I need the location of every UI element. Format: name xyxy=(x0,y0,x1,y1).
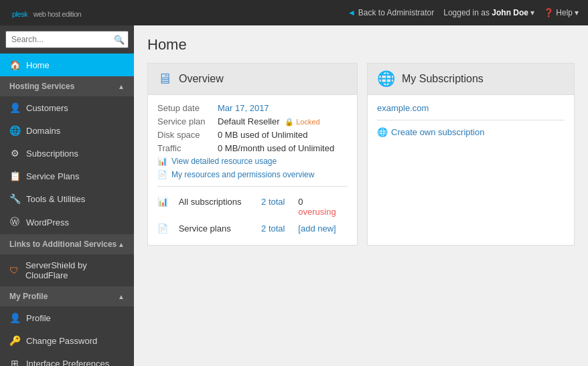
monitor-icon: 🖥 xyxy=(157,70,172,88)
sidebar-item-change-password[interactable]: 🔑 Change Password xyxy=(0,329,134,352)
overview-card: 🖥 Overview Setup date Mar 17, 2017 Servi… xyxy=(147,63,358,246)
password-icon: 🔑 xyxy=(9,335,20,346)
globe-icon: 🌐 xyxy=(377,70,395,88)
stats-table: 📊 All subscriptions 2 total 0 overusing xyxy=(157,193,348,237)
traffic-label: Traffic xyxy=(157,143,218,153)
permissions-link[interactable]: 📄 My resources and permissions overview xyxy=(157,170,348,179)
customers-icon: 👤 xyxy=(9,102,20,113)
subscriptions-divider xyxy=(377,120,565,120)
all-subs-icon-cell: 📊 xyxy=(157,193,175,220)
overview-card-body: Setup date Mar 17, 2017 Service plan Def… xyxy=(148,95,357,245)
service-plans-count-cell: 2 total xyxy=(257,220,294,237)
shield-icon: 🛡 xyxy=(9,265,19,276)
service-plan-label: Service plan xyxy=(157,116,218,126)
traffic-value: 0 MB/month used of Unlimited xyxy=(218,143,334,153)
sidebar-section-my-profile[interactable]: My Profile ▲ xyxy=(0,286,134,306)
sidebar-section-links[interactable]: Links to Additional Services ▲ xyxy=(0,234,134,254)
table-row: 📊 All subscriptions 2 total 0 overusing xyxy=(157,193,348,220)
overview-title: Overview xyxy=(179,73,224,85)
sidebar-item-profile[interactable]: 👤 Profile xyxy=(0,306,134,329)
domains-icon: 🌐 xyxy=(9,125,20,136)
sidebar-item-customers[interactable]: 👤 Customers xyxy=(0,96,134,119)
sidebar-item-service-plans[interactable]: 📋 Service Plans xyxy=(0,165,134,187)
create-icon: 🌐 xyxy=(377,127,388,137)
subscriptions-stat-icon: 📊 xyxy=(157,197,168,207)
chart-icon: 📊 xyxy=(157,157,167,166)
subscriptions-icon: ⚙ xyxy=(9,148,20,159)
help-button[interactable]: ❓ Help ▾ xyxy=(544,8,579,17)
create-subscription-link[interactable]: 🌐 Create own subscription xyxy=(377,127,565,137)
sidebar-item-servershield[interactable]: 🛡 ServerShield by CloudFlare xyxy=(0,254,134,286)
sidebar-item-home[interactable]: 🏠 Home xyxy=(0,54,134,76)
profile-icon: 👤 xyxy=(9,312,20,323)
service-plans-stat-icon: 📄 xyxy=(157,223,168,234)
traffic-row: Traffic 0 MB/month used of Unlimited xyxy=(157,143,348,153)
sidebar-item-subscriptions[interactable]: ⚙ Subscriptions xyxy=(0,142,134,165)
setup-date-label: Setup date xyxy=(157,103,218,113)
divider xyxy=(157,186,348,187)
back-to-administrator-link[interactable]: ◄ Back to Administrator xyxy=(348,8,434,17)
tools-icon: 🔧 xyxy=(9,193,20,204)
table-row: 📄 Service plans 2 total [add new] xyxy=(157,220,348,237)
topbar-left: plesk web host edition xyxy=(9,6,81,20)
subscriptions-card-body: example.com 🌐 Create own subscription xyxy=(368,95,574,145)
sidebar-search-container: 🔍 xyxy=(0,25,134,54)
sidebar-item-domains[interactable]: 🌐 Domains xyxy=(0,119,134,142)
help-icon: ❓ xyxy=(544,8,554,17)
sidebar: 🔍 🏠 Home Hosting Services ▲ 👤 Customers … xyxy=(0,25,134,366)
topbar: plesk web host edition ◄ Back to Adminis… xyxy=(0,0,588,25)
page-title: Home xyxy=(147,36,575,54)
service-plans-action-cell: [add new] xyxy=(294,220,348,237)
search-icon[interactable]: 🔍 xyxy=(114,35,125,45)
prefs-icon: ⊞ xyxy=(9,358,20,366)
sidebar-section-hosting[interactable]: Hosting Services ▲ xyxy=(0,76,134,96)
hosting-chevron-icon: ▲ xyxy=(118,83,125,90)
locked-badge: 🔒 Locked xyxy=(285,118,320,126)
topbar-right: ◄ Back to Administrator Logged in as Joh… xyxy=(348,8,579,17)
wordpress-icon: Ⓦ xyxy=(9,216,20,228)
home-icon: 🏠 xyxy=(9,60,20,70)
disk-space-value: 0 MB used of Unlimited xyxy=(218,130,307,140)
search-wrapper: 🔍 xyxy=(5,31,129,48)
plesk-logo: plesk web host edition xyxy=(9,6,81,20)
overview-card-header: 🖥 Overview xyxy=(148,64,357,95)
logged-in-label: Logged in as John Doe ▾ xyxy=(443,8,534,17)
all-subs-label-cell: All subscriptions xyxy=(175,193,257,220)
disk-space-row: Disk space 0 MB used of Unlimited xyxy=(157,130,348,140)
setup-date-row: Setup date Mar 17, 2017 xyxy=(157,103,348,113)
all-subs-overusing-cell: 0 overusing xyxy=(294,193,348,220)
service-plans-label-cell: Service plans xyxy=(175,220,257,237)
permissions-icon: 📄 xyxy=(157,170,167,179)
content-area: Home 🖥 Overview Setup date Mar 17, 2017 … xyxy=(134,25,588,366)
sidebar-item-tools-utilities[interactable]: 🔧 Tools & Utilities xyxy=(0,187,134,210)
subscriptions-card: 🌐 My Subscriptions example.com 🌐 Create … xyxy=(367,63,575,246)
all-subs-count-cell: 2 total xyxy=(257,193,294,220)
profile-chevron-icon: ▲ xyxy=(118,293,125,300)
back-arrow-icon: ◄ xyxy=(348,8,356,17)
service-plans-icon-cell: 📄 xyxy=(157,220,175,237)
disk-space-label: Disk space xyxy=(157,130,218,140)
sidebar-item-interface-preferences[interactable]: ⊞ Interface Preferences xyxy=(0,352,134,366)
subscriptions-card-header: 🌐 My Subscriptions xyxy=(368,64,574,95)
service-plan-value: Default Reseller 🔒 Locked xyxy=(218,116,320,126)
example-com-link[interactable]: example.com xyxy=(377,103,565,113)
user-name[interactable]: John Doe xyxy=(492,8,528,17)
subscriptions-title: My Subscriptions xyxy=(402,73,484,85)
setup-date-value: Mar 17, 2017 xyxy=(218,103,269,113)
resource-usage-link[interactable]: 📊 View detailed resource usage xyxy=(157,157,348,166)
main-container: 🔍 🏠 Home Hosting Services ▲ 👤 Customers … xyxy=(0,25,588,366)
service-plan-row: Service plan Default Reseller 🔒 Locked xyxy=(157,116,348,126)
links-chevron-icon: ▲ xyxy=(118,241,125,248)
sidebar-item-wordpress[interactable]: Ⓦ WordPress xyxy=(0,210,134,234)
cards-row: 🖥 Overview Setup date Mar 17, 2017 Servi… xyxy=(147,63,575,246)
service-plans-icon: 📋 xyxy=(9,171,20,181)
search-input[interactable] xyxy=(5,31,129,48)
